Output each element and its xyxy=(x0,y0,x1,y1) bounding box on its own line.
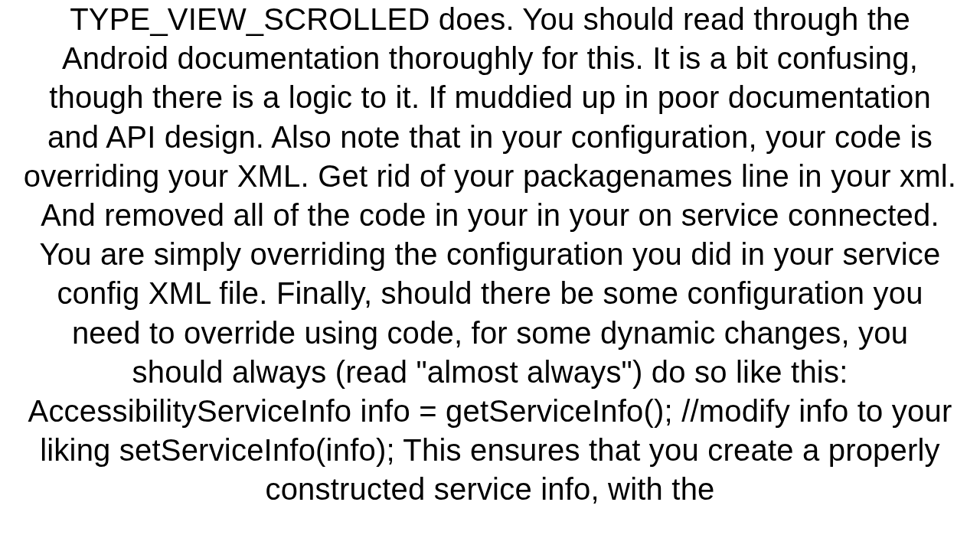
document-body: TYPE_VIEW_SCROLLED does. You should read… xyxy=(0,0,980,551)
